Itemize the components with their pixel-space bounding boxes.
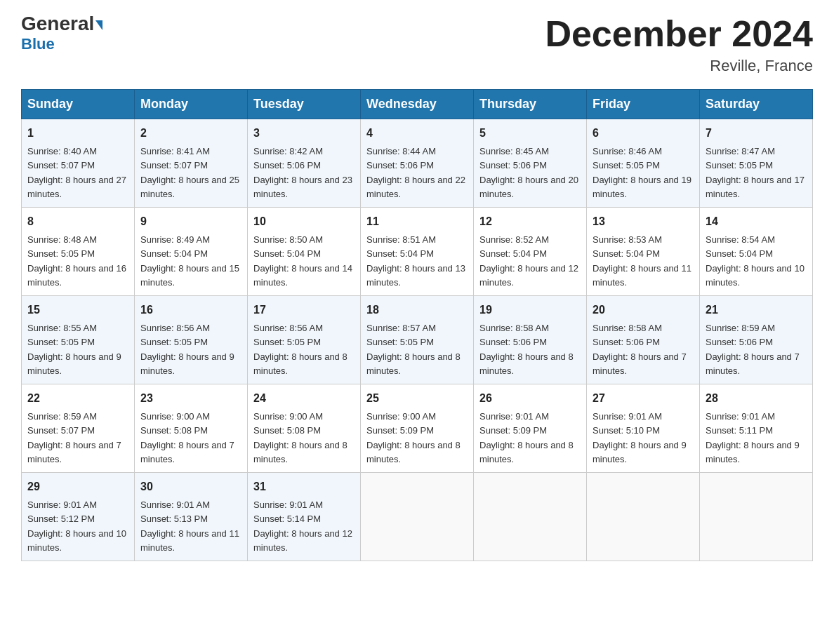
- calendar-week-row: 29Sunrise: 9:01 AMSunset: 5:12 PMDayligh…: [22, 473, 813, 561]
- calendar-day-cell: 14Sunrise: 8:54 AMSunset: 5:04 PMDayligh…: [700, 208, 813, 296]
- calendar-week-row: 1Sunrise: 8:40 AMSunset: 5:07 PMDaylight…: [22, 119, 813, 208]
- day-number: 2: [140, 125, 241, 142]
- calendar-day-cell: 12Sunrise: 8:52 AMSunset: 5:04 PMDayligh…: [474, 208, 587, 296]
- day-number: 23: [140, 390, 241, 407]
- calendar-day-cell: 18Sunrise: 8:57 AMSunset: 5:05 PMDayligh…: [361, 296, 474, 384]
- calendar-day-cell: 16Sunrise: 8:56 AMSunset: 5:05 PMDayligh…: [135, 296, 248, 384]
- day-info: Sunrise: 8:58 AMSunset: 5:06 PMDaylight:…: [593, 323, 687, 376]
- day-number: 6: [593, 125, 694, 142]
- day-number: 1: [27, 125, 128, 142]
- day-number: 4: [366, 125, 468, 142]
- calendar-day-cell: 15Sunrise: 8:55 AMSunset: 5:05 PMDayligh…: [22, 296, 135, 384]
- day-number: 16: [140, 302, 241, 318]
- calendar-day-cell: 24Sunrise: 9:00 AMSunset: 5:08 PMDayligh…: [248, 384, 361, 473]
- day-number: 14: [706, 213, 807, 230]
- calendar-day-cell: 31Sunrise: 9:01 AMSunset: 5:14 PMDayligh…: [248, 473, 361, 561]
- day-number: 28: [706, 390, 807, 407]
- day-info: Sunrise: 8:59 AMSunset: 5:07 PMDaylight:…: [27, 411, 121, 464]
- day-info: Sunrise: 8:46 AMSunset: 5:05 PMDaylight:…: [593, 146, 691, 199]
- calendar-day-cell: 2Sunrise: 8:41 AMSunset: 5:07 PMDaylight…: [135, 119, 248, 208]
- weekday-header-sunday: Sunday: [22, 90, 135, 119]
- day-info: Sunrise: 8:53 AMSunset: 5:04 PMDaylight:…: [593, 234, 691, 288]
- day-info: Sunrise: 8:47 AMSunset: 5:05 PMDaylight:…: [706, 146, 805, 199]
- calendar-day-cell: 6Sunrise: 8:46 AMSunset: 5:05 PMDaylight…: [587, 119, 700, 208]
- day-info: Sunrise: 9:00 AMSunset: 5:08 PMDaylight:…: [140, 411, 234, 464]
- calendar-day-cell: [361, 473, 474, 561]
- calendar-week-row: 15Sunrise: 8:55 AMSunset: 5:05 PMDayligh…: [22, 296, 813, 384]
- day-info: Sunrise: 9:01 AMSunset: 5:11 PMDaylight:…: [706, 411, 800, 464]
- day-info: Sunrise: 8:41 AMSunset: 5:07 PMDaylight:…: [140, 146, 239, 199]
- day-info: Sunrise: 8:49 AMSunset: 5:04 PMDaylight:…: [140, 234, 239, 288]
- day-info: Sunrise: 9:01 AMSunset: 5:09 PMDaylight:…: [479, 411, 574, 464]
- calendar-day-cell: 30Sunrise: 9:01 AMSunset: 5:13 PMDayligh…: [135, 473, 248, 561]
- day-number: 10: [253, 213, 355, 230]
- day-info: Sunrise: 9:00 AMSunset: 5:09 PMDaylight:…: [366, 411, 461, 464]
- location: Reville, France: [545, 57, 813, 75]
- day-info: Sunrise: 8:56 AMSunset: 5:05 PMDaylight:…: [140, 323, 234, 376]
- month-title: December 2024: [545, 14, 813, 54]
- calendar-day-cell: 25Sunrise: 9:00 AMSunset: 5:09 PMDayligh…: [361, 384, 474, 473]
- calendar-day-cell: 13Sunrise: 8:53 AMSunset: 5:04 PMDayligh…: [587, 208, 700, 296]
- calendar-day-cell: 7Sunrise: 8:47 AMSunset: 5:05 PMDaylight…: [700, 119, 813, 208]
- weekday-header-row: SundayMondayTuesdayWednesdayThursdayFrid…: [22, 90, 813, 119]
- logo-bottom: Blue: [21, 35, 55, 53]
- logo-triangle-icon: [95, 20, 102, 30]
- weekday-header-friday: Friday: [587, 90, 700, 119]
- day-number: 25: [366, 390, 468, 407]
- calendar-day-cell: 19Sunrise: 8:58 AMSunset: 5:06 PMDayligh…: [474, 296, 587, 384]
- day-number: 5: [479, 125, 581, 142]
- calendar-week-row: 8Sunrise: 8:48 AMSunset: 5:05 PMDaylight…: [22, 208, 813, 296]
- day-info: Sunrise: 9:00 AMSunset: 5:08 PMDaylight:…: [253, 411, 348, 464]
- calendar-day-cell: [474, 473, 587, 561]
- day-info: Sunrise: 8:52 AMSunset: 5:04 PMDaylight:…: [479, 234, 578, 288]
- day-info: Sunrise: 8:45 AMSunset: 5:06 PMDaylight:…: [479, 146, 578, 199]
- logo: General Blue: [21, 14, 102, 53]
- day-number: 9: [140, 213, 241, 230]
- calendar-day-cell: 1Sunrise: 8:40 AMSunset: 5:07 PMDaylight…: [22, 119, 135, 208]
- day-info: Sunrise: 8:55 AMSunset: 5:05 PMDaylight:…: [27, 323, 121, 376]
- day-info: Sunrise: 9:01 AMSunset: 5:14 PMDaylight:…: [253, 499, 352, 553]
- day-info: Sunrise: 8:40 AMSunset: 5:07 PMDaylight:…: [27, 146, 126, 199]
- day-number: 13: [593, 213, 694, 230]
- day-info: Sunrise: 8:56 AMSunset: 5:05 PMDaylight:…: [253, 323, 348, 376]
- weekday-header-saturday: Saturday: [700, 90, 813, 119]
- calendar-day-cell: [700, 473, 813, 561]
- calendar-table: SundayMondayTuesdayWednesdayThursdayFrid…: [21, 89, 813, 561]
- day-info: Sunrise: 8:59 AMSunset: 5:06 PMDaylight:…: [706, 323, 800, 376]
- day-info: Sunrise: 8:50 AMSunset: 5:04 PMDaylight:…: [253, 234, 352, 288]
- weekday-header-tuesday: Tuesday: [248, 90, 361, 119]
- weekday-header-wednesday: Wednesday: [361, 90, 474, 119]
- title-block: December 2024 Reville, France: [545, 14, 813, 75]
- day-info: Sunrise: 9:01 AMSunset: 5:10 PMDaylight:…: [593, 411, 687, 464]
- day-number: 30: [140, 478, 241, 495]
- day-info: Sunrise: 8:42 AMSunset: 5:06 PMDaylight:…: [253, 146, 352, 199]
- calendar-day-cell: 17Sunrise: 8:56 AMSunset: 5:05 PMDayligh…: [248, 296, 361, 384]
- day-number: 12: [479, 213, 581, 230]
- day-info: Sunrise: 8:58 AMSunset: 5:06 PMDaylight:…: [479, 323, 574, 376]
- day-number: 29: [27, 478, 128, 495]
- logo-top: General: [21, 14, 102, 34]
- weekday-header-monday: Monday: [135, 90, 248, 119]
- calendar-day-cell: 5Sunrise: 8:45 AMSunset: 5:06 PMDaylight…: [474, 119, 587, 208]
- calendar-day-cell: 23Sunrise: 9:00 AMSunset: 5:08 PMDayligh…: [135, 384, 248, 473]
- day-number: 31: [253, 478, 355, 495]
- day-number: 20: [593, 302, 694, 318]
- calendar-day-cell: 22Sunrise: 8:59 AMSunset: 5:07 PMDayligh…: [22, 384, 135, 473]
- day-number: 24: [253, 390, 355, 407]
- day-info: Sunrise: 8:57 AMSunset: 5:05 PMDaylight:…: [366, 323, 461, 376]
- day-number: 3: [253, 125, 355, 142]
- day-info: Sunrise: 9:01 AMSunset: 5:12 PMDaylight:…: [27, 499, 126, 553]
- day-number: 7: [706, 125, 807, 142]
- page-header: General Blue December 2024 Reville, Fran…: [21, 14, 813, 75]
- calendar-day-cell: 20Sunrise: 8:58 AMSunset: 5:06 PMDayligh…: [587, 296, 700, 384]
- calendar-day-cell: 9Sunrise: 8:49 AMSunset: 5:04 PMDaylight…: [135, 208, 248, 296]
- day-info: Sunrise: 9:01 AMSunset: 5:13 PMDaylight:…: [140, 499, 239, 553]
- day-number: 18: [366, 302, 468, 318]
- day-number: 15: [27, 302, 128, 318]
- calendar-day-cell: 11Sunrise: 8:51 AMSunset: 5:04 PMDayligh…: [361, 208, 474, 296]
- day-number: 26: [479, 390, 581, 407]
- day-number: 27: [593, 390, 694, 407]
- day-number: 22: [27, 390, 128, 407]
- day-info: Sunrise: 8:54 AMSunset: 5:04 PMDaylight:…: [706, 234, 805, 288]
- calendar-day-cell: 10Sunrise: 8:50 AMSunset: 5:04 PMDayligh…: [248, 208, 361, 296]
